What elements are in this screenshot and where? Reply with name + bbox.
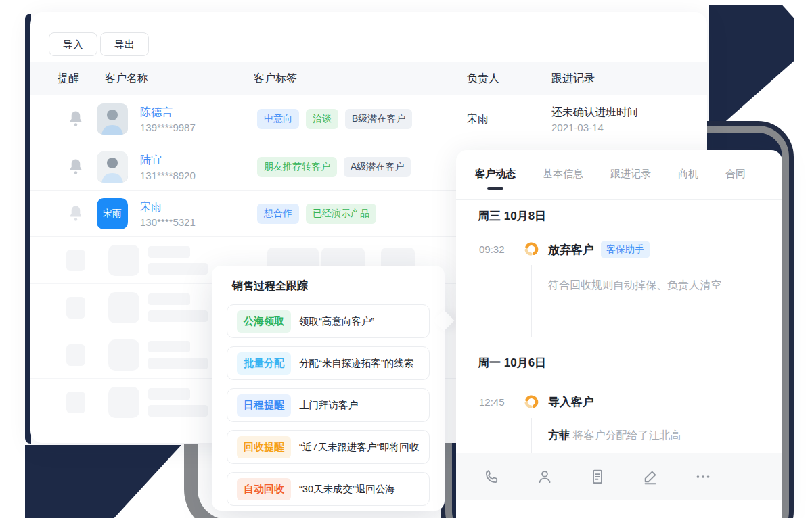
popup-item-text: “近7天未跟进客户”即将回收 — [299, 441, 419, 454]
avatar-initials: 宋雨 — [97, 198, 128, 229]
popup-title: 销售过程全跟踪 — [232, 279, 430, 293]
phone-icon[interactable] — [483, 468, 501, 486]
document-icon[interactable] — [589, 468, 606, 486]
decor-navy-wedge-bottom-left — [25, 445, 181, 518]
timeline-event-desc: 符合回收规则自动掉保、负责人清空 — [548, 279, 721, 293]
popup-badge: 公海领取 — [237, 310, 291, 333]
tab-contracts[interactable]: 合同 — [725, 168, 746, 190]
avatar — [97, 151, 128, 183]
import-button[interactable]: 导入 — [49, 32, 97, 56]
customer-id-cell: 陈德言 139****9987 — [140, 105, 196, 133]
header-owner: 负责人 — [467, 72, 499, 86]
avatar — [97, 103, 128, 135]
timeline-date: 周一 10月6日 — [478, 355, 546, 371]
popup-item-text: “30天未成交”退回公海 — [299, 483, 395, 496]
timeline-event-title: 导入客户 — [548, 394, 594, 410]
tag: 朋友推荐转客户 — [257, 157, 337, 177]
tab-basic-info[interactable]: 基本信息 — [543, 168, 583, 190]
panel-action-toolbar — [456, 453, 782, 500]
follow-text: 还未确认进班时间 — [551, 105, 638, 119]
header-customer-tags: 客户标签 — [254, 72, 297, 86]
timeline-connector — [531, 265, 532, 337]
popup-badge: 自动回收 — [237, 478, 291, 500]
customer-id-cell: 宋雨 130****5321 — [140, 199, 196, 227]
tab-customer-activity[interactable]: 客户动态 — [475, 168, 516, 190]
panel-tabs: 客户动态 基本信息 跟进记录 商机 合同 — [475, 168, 746, 190]
tag: A级潜在客户 — [344, 157, 411, 177]
timeline-time: 12:45 — [479, 396, 505, 408]
popup-item-auto-recycle[interactable]: 自动回收 “30天未成交”退回公海 — [227, 472, 430, 506]
table-header: 提醒 客户名称 客户标签 负责人 跟进记录 — [30, 62, 707, 95]
timeline-event-title: 放弃客户 客保助手 — [548, 241, 650, 258]
tab-opportunities[interactable]: 商机 — [678, 168, 698, 190]
follow-date: 2021-03-14 — [551, 121, 638, 133]
owner-name: 宋雨 — [467, 112, 489, 126]
customer-activity-panel: 客户动态 基本信息 跟进记录 商机 合同 周三 10月8日 09:32 放弃客户… — [456, 150, 782, 518]
header-remind: 提醒 — [58, 72, 79, 86]
popup-item-batch-assign[interactable]: 批量分配 分配“来自探迹拓客”的线索 — [227, 346, 430, 380]
popup-item-text: 领取“高意向客户” — [299, 315, 374, 328]
customer-id-cell: 陆宜 131****8920 — [140, 153, 196, 181]
popup-item-text: 上门拜访客户 — [299, 399, 358, 412]
tag: 已经演示产品 — [306, 204, 376, 224]
timeline-date: 周三 10月8日 — [478, 208, 546, 224]
tag: 中意向 — [257, 109, 299, 129]
customer-phone: 139****9987 — [140, 121, 196, 133]
bell-icon[interactable] — [68, 205, 84, 222]
sales-process-popup: 销售过程全跟踪 公海领取 领取“高意向客户” 批量分配 分配“来自探迹拓客”的线… — [212, 266, 445, 511]
customer-tags: 中意向 洽谈 B级潜在客户 — [257, 109, 412, 129]
decor-navy-shape-top-right — [709, 5, 794, 125]
customer-phone: 131****8920 — [140, 169, 196, 181]
customer-tags: 朋友推荐转客户 A级潜在客户 — [257, 157, 411, 177]
popup-item-public-sea-claim[interactable]: 公海领取 领取“高意向客户” — [227, 304, 430, 338]
tanji-logo-icon — [522, 240, 540, 258]
divider — [456, 199, 782, 200]
more-icon[interactable] — [694, 468, 712, 486]
person-icon[interactable] — [536, 468, 554, 486]
tag: 洽谈 — [306, 109, 338, 129]
actor-name: 方菲 — [548, 429, 570, 441]
customer-name-link[interactable]: 陈德言 — [140, 105, 196, 119]
tanji-logo-icon — [522, 393, 540, 410]
export-button[interactable]: 导出 — [100, 32, 149, 56]
customer-phone: 130****5321 — [140, 216, 196, 227]
bell-icon[interactable] — [68, 110, 84, 128]
customer-tags: 想合作 已经演示产品 — [257, 204, 376, 224]
popup-badge: 批量分配 — [237, 352, 291, 375]
popup-badge: 日程提醒 — [237, 394, 291, 417]
tag: 想合作 — [257, 204, 299, 224]
customer-name-link[interactable]: 宋雨 — [140, 199, 196, 214]
table-row: 陈德言 139****9987 中意向 洽谈 B级潜在客户 宋雨 还未确认进班时… — [30, 95, 707, 143]
timeline-time: 09:32 — [479, 243, 505, 255]
popup-badge: 回收提醒 — [237, 436, 291, 458]
bell-icon[interactable] — [68, 158, 84, 176]
header-customer-name: 客户名称 — [105, 72, 148, 86]
popup-item-text: 分配“来自探迹拓客”的线索 — [299, 357, 413, 370]
header-follow-record: 跟进记录 — [551, 72, 595, 86]
popup-item-recycle-reminder[interactable]: 回收提醒 “近7天未跟进客户”即将回收 — [227, 430, 430, 464]
edit-icon[interactable] — [641, 468, 659, 486]
tab-follow-records[interactable]: 跟进记录 — [610, 168, 651, 190]
popup-item-schedule-reminder[interactable]: 日程提醒 上门拜访客户 — [227, 388, 430, 422]
assistant-badge: 客保助手 — [601, 241, 650, 258]
customer-name-link[interactable]: 陆宜 — [140, 153, 196, 167]
timeline-event-desc: 方菲 将客户分配给了汪北高 — [548, 429, 681, 443]
tag: B级潜在客户 — [345, 109, 412, 129]
follow-record-cell: 还未确认进班时间 2021-03-14 — [551, 105, 638, 133]
